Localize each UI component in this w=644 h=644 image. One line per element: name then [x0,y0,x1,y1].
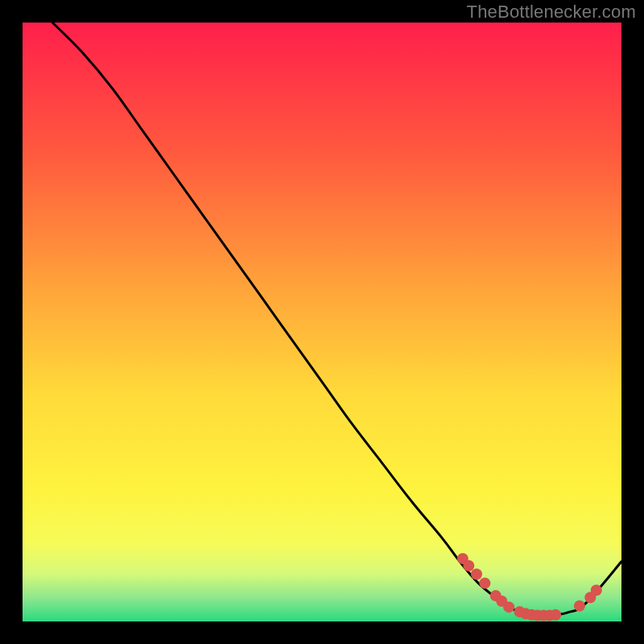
data-marker [463,560,474,572]
plot-area [23,23,621,621]
data-marker [471,568,482,580]
data-marker [574,601,585,612]
chart-container: TheBottlenecker.com [0,0,644,644]
gradient-background [23,23,621,621]
data-marker [550,609,561,621]
attribution-label: TheBottlenecker.com [467,2,636,23]
data-marker [503,601,514,613]
chart-svg [23,23,621,621]
data-marker [479,577,490,588]
data-marker [591,584,602,596]
